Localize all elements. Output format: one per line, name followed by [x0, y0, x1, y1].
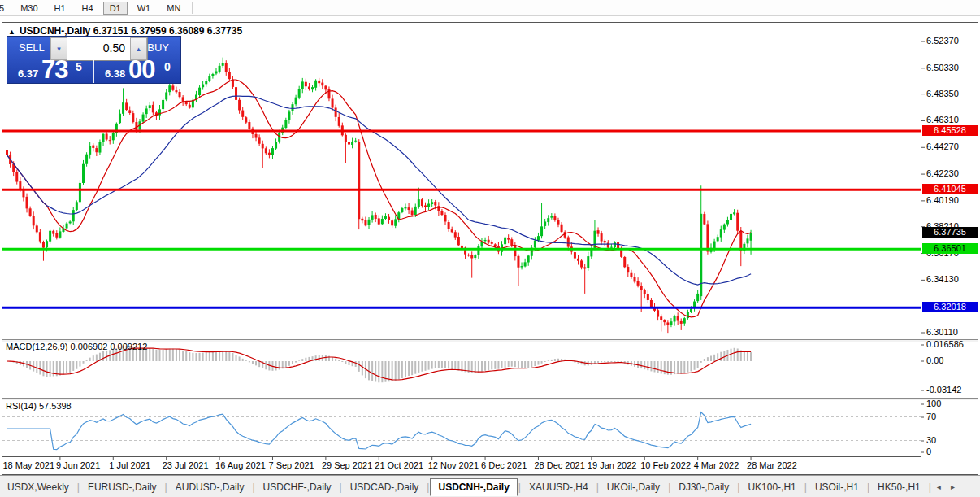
tab-separator: | — [340, 482, 342, 493]
tab-ukoil-daily[interactable]: UKOil-,Daily — [600, 479, 667, 495]
tab-usdchf-daily[interactable]: USDCHF-,Daily — [256, 479, 339, 495]
application-window: 5M30H1H4D1W1MN ▲USDCNH-,Daily 6.37151 6.… — [0, 0, 980, 497]
buy-price-sup: 0 — [164, 60, 171, 73]
tab-xauusd-h4[interactable]: XAUUSD-,H4 — [522, 479, 596, 495]
sell-price-area[interactable]: 6.37 73 5 — [7, 59, 94, 83]
rsi-value: 57.5398 — [39, 401, 72, 411]
sell-price-prefix: 6.37 — [18, 68, 38, 80]
sell-price-big: 73 — [41, 55, 67, 85]
tab-hk50-h1[interactable]: HK50-,H1 — [870, 479, 928, 495]
tab-separator: | — [867, 482, 869, 493]
collapse-icon[interactable]: ▲ — [8, 28, 15, 36]
macd-main-value: 0.006902 — [70, 342, 107, 351]
tab-separator: | — [668, 482, 670, 493]
tab-usdx-weekly[interactable]: USDX,Weekly — [0, 479, 76, 495]
chart-title: ▲USDCNH-,Daily 6.37151 6.37959 6.36089 6… — [8, 25, 242, 37]
tab-separator: | — [596, 482, 599, 493]
sell-button[interactable]: SELL — [19, 41, 45, 54]
tab-separator: | — [929, 482, 931, 493]
sell-price-sup: 5 — [76, 60, 82, 73]
volume-input[interactable]: 0.50 — [67, 37, 130, 60]
tab-usoil-h1[interactable]: USOil-,H1 — [808, 479, 866, 495]
one-click-trading-panel: SELL BUY ▾ 0.50 ▴ 6.37 73 5 6.38 00 0 — [7, 36, 181, 84]
tab-separator: | — [427, 482, 429, 493]
tab-separator: | — [77, 482, 80, 493]
tab-separator: | — [737, 482, 739, 493]
buy-price-prefix: 6.38 — [105, 68, 125, 80]
macd-indicator-label: MACD(12,26,9) 0.006902 0.009212 — [6, 342, 147, 351]
trade-panel-prices: 6.37 73 5 6.38 00 0 — [7, 59, 180, 83]
rsi-indicator-label: RSI(14) 57.5398 — [6, 401, 72, 411]
tab-dj30-daily[interactable]: DJ30-,Daily — [671, 479, 736, 495]
chart-symbol-period: USDCNH-,Daily — [20, 25, 90, 37]
tab-usdcnh-daily[interactable]: USDCNH-,Daily — [430, 478, 517, 496]
buy-price-big: 00 — [128, 55, 154, 85]
tab-uk100-h1[interactable]: UK100-,H1 — [740, 479, 803, 495]
chart-ohlc-values: 6.37151 6.37959 6.36089 6.37735 — [93, 25, 243, 37]
scroll-left-button[interactable]: ◂ — [932, 482, 946, 491]
macd-title: MACD(12,26,9) — [6, 342, 67, 351]
tab-audusd-daily[interactable]: AUDUSD-,Daily — [168, 479, 252, 495]
tab-separator: | — [518, 482, 521, 493]
buy-button[interactable]: BUY — [147, 41, 169, 54]
scroll-right-button[interactable]: ▸ — [946, 482, 960, 491]
buy-price-area[interactable]: 6.38 00 0 — [94, 59, 180, 83]
tab-eurusd-daily[interactable]: EURUSD-,Daily — [80, 479, 164, 495]
tab-usdcad-daily[interactable]: USDCAD-,Daily — [343, 479, 427, 495]
tab-separator: | — [252, 482, 254, 493]
macd-signal-value: 0.009212 — [110, 342, 147, 351]
tab-separator: | — [804, 482, 807, 493]
rsi-title: RSI(14) — [6, 401, 37, 411]
chart-tab-bar: USDX,Weekly|EURUSD-,Daily|AUDUSD-,Daily|… — [0, 475, 980, 497]
tab-separator: | — [165, 482, 167, 493]
